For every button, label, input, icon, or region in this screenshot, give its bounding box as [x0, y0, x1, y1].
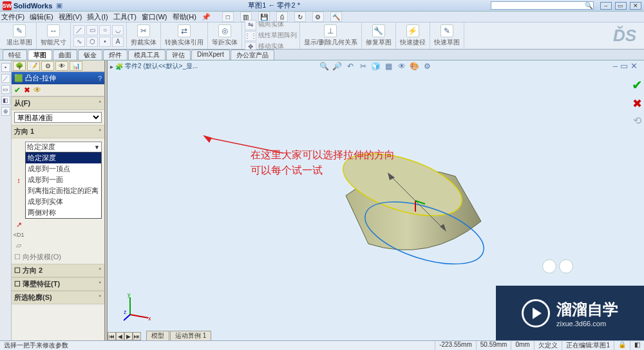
pm-dir1-header[interactable]: 方向 1˄ — [12, 125, 104, 138]
tab-prev-icon[interactable]: ◀ — [116, 332, 124, 340]
confirm-cancel-icon[interactable]: ✖ — [632, 97, 642, 111]
circle-icon[interactable]: ○ — [99, 25, 111, 35]
arc-icon[interactable]: ◡ — [112, 25, 124, 35]
tab-surfaces[interactable]: 曲面 — [53, 50, 77, 60]
section-view-icon[interactable]: ✂ — [357, 61, 368, 71]
search-icon[interactable]: 🔍 — [585, 2, 592, 9]
new-icon[interactable]: □ — [222, 12, 234, 22]
reverse-dir-icon[interactable]: ↕ — [14, 176, 23, 185]
tab-model[interactable]: 模型 — [146, 331, 169, 340]
rebuild-icon[interactable]: 🔨 — [330, 12, 342, 22]
pm-tab-property-icon[interactable]: 📝 — [27, 61, 40, 71]
zoom-fit-icon[interactable]: 🔍 — [319, 61, 330, 71]
prev-view-icon[interactable]: ↶ — [345, 61, 355, 71]
exit-sketch-button[interactable]: ✎退出草图 — [5, 24, 33, 48]
option-up-to-body[interactable]: 成形到实体 — [26, 196, 101, 207]
hide-show-icon[interactable]: 👁 — [396, 61, 407, 71]
filter-vertex-icon[interactable]: • — [1, 63, 10, 72]
doc-restore-icon[interactable]: ▭ — [620, 61, 628, 71]
menu-view[interactable]: 视图(V) — [59, 12, 82, 22]
text-icon[interactable]: A — [112, 37, 124, 47]
status-custom-icon[interactable]: ◧ — [630, 341, 644, 350]
line-icon[interactable]: ／ — [73, 25, 85, 35]
ok-button[interactable]: ✔ — [14, 86, 21, 95]
tab-sketch[interactable]: 草图 — [28, 50, 52, 60]
reload-icon[interactable]: ↻ — [294, 12, 306, 22]
menu-window[interactable]: 窗口(W) — [142, 12, 167, 22]
maximize-button[interactable]: ▭ — [615, 2, 627, 10]
from-select[interactable]: 草图基准面 — [14, 112, 102, 123]
filter-edge-icon[interactable]: ／ — [1, 74, 10, 83]
confirm-exit-icon[interactable]: ⟲ — [633, 115, 641, 127]
pm-from-header[interactable]: 从(F)˄ — [12, 97, 104, 110]
option-up-to-surface[interactable]: 成形到一面 — [26, 174, 101, 185]
menu-pin-icon[interactable]: 📌 — [202, 13, 211, 21]
filter-face-icon[interactable]: ▭ — [1, 85, 10, 94]
option-blind[interactable]: 给定深度 — [26, 152, 101, 163]
display-style-icon[interactable]: ▦ — [383, 61, 394, 71]
end-condition-select[interactable]: 给定深度 ▼ — [25, 142, 102, 152]
tab-next-icon[interactable]: ▶ — [124, 332, 133, 340]
search-input[interactable] — [491, 1, 594, 10]
draft-outward-check[interactable]: ☐向外拔模(O) — [14, 252, 102, 262]
tab-office[interactable]: 办公室产品 — [231, 50, 274, 60]
draft-icon[interactable]: ▱ — [14, 241, 23, 250]
expand-tree-icon[interactable]: ▸ — [110, 63, 113, 70]
menu-file[interactable]: 文件(F) — [1, 12, 24, 22]
minimize-button[interactable]: – — [600, 2, 612, 10]
spline-icon[interactable]: ∿ — [73, 37, 85, 47]
tab-last-icon[interactable]: ⏭ — [133, 332, 141, 340]
tab-weldments[interactable]: 焊件 — [103, 50, 128, 60]
mirror-icon[interactable]: ⇋ — [245, 20, 256, 30]
pm-tab-study-icon[interactable]: 📊 — [70, 61, 82, 71]
pm-tab-config-icon[interactable]: ⚙ — [41, 61, 54, 71]
tab-first-icon[interactable]: ⏮ — [108, 332, 116, 340]
cancel-button[interactable]: ✖ — [24, 86, 30, 95]
pm-contours-header[interactable]: 所选轮廓(S)˅ — [12, 291, 104, 304]
option-up-to-vertex[interactable]: 成形到一顶点 — [26, 163, 101, 174]
doc-close-icon[interactable]: ✕ — [630, 61, 638, 71]
pattern-icon[interactable]: ⋮⋮ — [245, 31, 256, 41]
collapse-toggle[interactable]: ▣ — [56, 1, 62, 10]
filter-axis-icon[interactable]: ⊕ — [1, 107, 10, 116]
view-settings-icon[interactable]: ⚙ — [422, 61, 433, 71]
close-button[interactable]: ✕ — [630, 2, 641, 10]
doc-min-icon[interactable]: – — [613, 61, 618, 71]
menu-insert[interactable]: 插入(I) — [87, 12, 108, 22]
pm-thin-header[interactable]: ☐ 薄壁特征(T)˅ — [12, 278, 104, 291]
filter-body-icon[interactable]: ◧ — [1, 96, 10, 105]
pm-dir2-header[interactable]: ☐ 方向 2˅ — [12, 264, 104, 277]
tab-evaluate[interactable]: 评估 — [166, 50, 191, 60]
zoom-area-icon[interactable]: 🔎 — [332, 61, 343, 71]
tab-features[interactable]: 特征 — [3, 50, 27, 60]
trim-button[interactable]: ✂剪裁实体 — [129, 24, 158, 48]
tab-sheetmetal[interactable]: 钣金 — [78, 50, 102, 60]
tab-dimxpert[interactable]: DimXpert — [191, 50, 230, 60]
pm-help-icon[interactable]: ? — [98, 75, 102, 82]
offset-button[interactable]: ◎等距实体 — [211, 24, 239, 48]
option-midplane[interactable]: 两侧对称 — [26, 207, 101, 218]
status-unit-icon[interactable]: 🔒 — [614, 341, 630, 350]
rapid-sketch-button[interactable]: ✎快速草图 — [433, 24, 461, 48]
tab-moldtools[interactable]: 模具工具 — [128, 50, 166, 60]
convert-button[interactable]: ⇄转换实体引用 — [164, 24, 205, 48]
detailed-preview-icon[interactable]: 👁 — [33, 86, 41, 95]
quick-snap-button[interactable]: ⚡快速捷径 — [399, 24, 427, 48]
smart-dimension-button[interactable]: ↔智能尺寸 — [39, 24, 68, 48]
menu-tools[interactable]: 工具(T) — [113, 12, 137, 22]
confirm-ok-icon[interactable]: ✔ — [632, 77, 643, 93]
pm-tab-feature-tree-icon[interactable]: 🌳 — [13, 61, 26, 71]
options-icon[interactable]: ⚙ — [312, 12, 324, 22]
orientation-triad[interactable]: y x z — [124, 292, 153, 321]
rect-icon[interactable]: ▭ — [86, 25, 98, 35]
repair-button[interactable]: 🔧修复草图 — [365, 24, 393, 48]
tab-motion-study[interactable]: 运动算例 1 — [170, 331, 211, 340]
display-rel-button[interactable]: ⊥显示/删除几何关系 — [303, 24, 359, 48]
breadcrumb-part[interactable]: 零件2 — [125, 62, 142, 71]
view-orient-icon[interactable]: 🧊 — [370, 61, 381, 71]
menu-help[interactable]: 帮助(H) — [173, 12, 196, 22]
pm-tab-display-icon[interactable]: 👁 — [55, 61, 68, 71]
menu-edit[interactable]: 编辑(E) — [30, 12, 53, 22]
point-icon[interactable]: • — [99, 37, 111, 47]
option-offset-from-surface[interactable]: 到离指定面指定的距离 — [26, 185, 101, 196]
